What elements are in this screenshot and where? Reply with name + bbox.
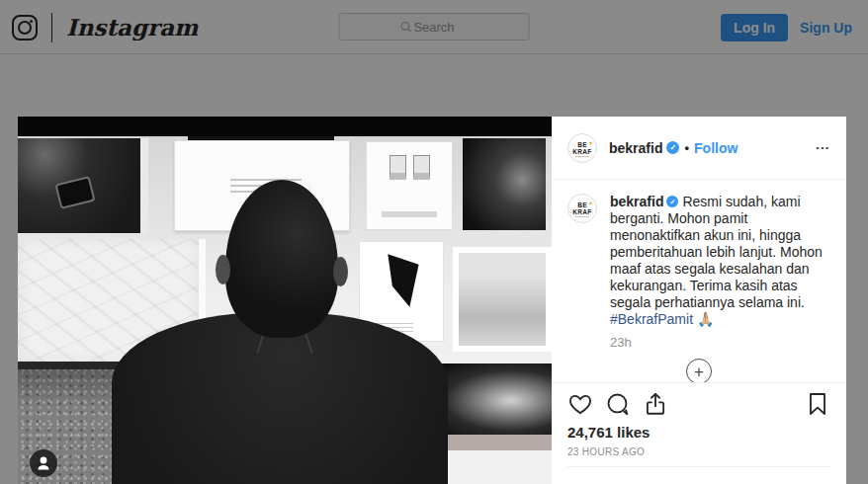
actions-section: 24,761 likes 23 HOURS AGO: [552, 382, 846, 484]
artwork-frame-photos: [366, 141, 453, 230]
caption-text: Resmi sudah, kami berganti. Mohon pamit …: [610, 194, 823, 310]
artwork-frame-space: [463, 138, 546, 230]
artwork-frame-blur: [431, 363, 552, 435]
artwork-frame-dark: [18, 138, 148, 233]
follow-button[interactable]: Follow: [694, 140, 738, 156]
verified-badge-icon: ✓: [666, 141, 679, 154]
separator-dot: •: [684, 140, 689, 155]
bookmark-icon[interactable]: [805, 391, 830, 417]
caption-row: BE KRAF ✦ bekrafid✓Resmi sudah, kami ber…: [567, 194, 830, 328]
hashtag-link[interactable]: #BekrafPamit: [610, 311, 693, 327]
avatar-text: BE: [577, 202, 587, 208]
comment-icon[interactable]: [605, 391, 631, 417]
like-heart-icon[interactable]: [567, 391, 593, 417]
comment-box-divider: [567, 466, 830, 484]
caption-emoji: 🙏🏼: [693, 311, 714, 327]
tagged-people-badge[interactable]: [30, 449, 57, 477]
post-panel: BE KRAF ✦ bekrafid ✓ • Follow ••• BE KRA…: [552, 117, 846, 484]
avatar-text: BE: [577, 141, 587, 148]
avatar-text: KRAF: [572, 208, 591, 215]
load-more-wrap: +: [567, 359, 830, 382]
share-icon[interactable]: [643, 391, 668, 417]
man-ear: [333, 257, 348, 286]
man-silhouette-shoulders: [112, 312, 448, 484]
interior-photo: [459, 253, 546, 346]
post-photo: [18, 117, 552, 484]
username-link[interactable]: bekrafid: [610, 194, 663, 209]
action-icons-row: [567, 391, 830, 417]
page: Instagram Log In Sign Up: [0, 0, 868, 484]
more-options-icon[interactable]: •••: [817, 143, 830, 152]
artwork-object: [54, 176, 95, 209]
post-modal: BE KRAF ✦ bekrafid ✓ • Follow ••• BE KRA…: [18, 117, 846, 484]
caption-timestamp: 23h: [610, 335, 830, 350]
post-timestamp: 23 HOURS AGO: [567, 446, 830, 457]
username-link[interactable]: bekrafid: [609, 140, 662, 156]
letterbox-bar: [18, 117, 552, 136]
avatar[interactable]: BE KRAF ✦: [567, 194, 597, 223]
caption: bekrafid✓Resmi sudah, kami berganti. Moh…: [610, 194, 830, 328]
avatar-sparkle-icon: ✦: [588, 200, 593, 206]
likes-count[interactable]: 24,761 likes: [567, 424, 830, 441]
avatar-sparkle-icon: ✦: [588, 139, 593, 146]
avatar-text: KRAF: [572, 148, 591, 155]
artwork-frame-interior: [453, 247, 552, 352]
man-ear: [216, 255, 230, 284]
geometric-art: [380, 252, 425, 309]
small-photo: [413, 155, 430, 180]
small-photo: [390, 155, 406, 180]
post-header: BE KRAF ✦ bekrafid ✓ • Follow •••: [552, 117, 846, 180]
comments-section: BE KRAF ✦ bekrafid✓Resmi sudah, kami ber…: [552, 180, 846, 382]
verified-badge-icon: ✓: [666, 196, 678, 207]
person-icon: [30, 449, 57, 477]
avatar[interactable]: BE KRAF ✦: [567, 133, 597, 163]
load-more-comments-button[interactable]: +: [686, 359, 712, 382]
